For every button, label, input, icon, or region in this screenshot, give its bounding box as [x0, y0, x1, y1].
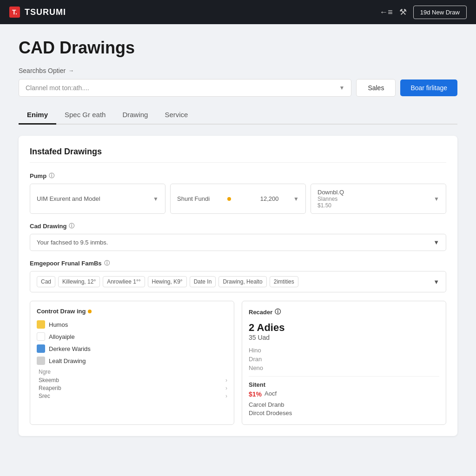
recader-label-hino: Hino: [249, 347, 439, 354]
emp-label: Emgepoor Frunal FamBs ⓘ: [30, 259, 446, 267]
search-placeholder-text: Clannel mot ton:ath....: [26, 84, 89, 92]
model-box: Controt Draw ing Humos Alloyaiple Derker…: [30, 301, 234, 425]
new-draw-button[interactable]: 19d New Draw: [413, 6, 467, 19]
header-left: T. TSURUMI: [9, 7, 66, 18]
wrench-icon[interactable]: ⚒: [399, 7, 407, 17]
action-dircot[interactable]: Dircot Drodeses: [249, 410, 439, 416]
menu-icon[interactable]: ←≡: [379, 7, 393, 17]
brand-name: TSURUMI: [25, 7, 66, 17]
color-item-white: Alloyaiple: [37, 332, 227, 341]
recader-box-title: Recader ⓘ: [249, 308, 439, 316]
recader-highlight: Sitent: [249, 381, 439, 388]
recader-label-dran: Dran: [249, 356, 439, 363]
main-card: Instafed Drawings Pump ⓘ UIM Exurent and…: [19, 136, 457, 436]
sales-button[interactable]: Sales: [356, 79, 396, 97]
header-right: ←≡ ⚒ 19d New Draw: [379, 6, 467, 19]
gray-swatch: [37, 357, 45, 365]
discount-badge: $1%: [249, 390, 262, 398]
download-select[interactable]: Downbl.Q Slannes$1.50 ▼: [311, 184, 446, 214]
arrow-icon: ›: [225, 385, 227, 391]
white-swatch: [37, 332, 45, 341]
chevron-down-icon: ▼: [434, 196, 439, 202]
cad-drawing-label: Cad Drawing ⓘ: [30, 222, 446, 230]
chevron-down-icon: ▼: [339, 85, 344, 91]
shunt-value: 12,200: [260, 195, 279, 202]
blue-swatch: [37, 344, 45, 353]
tag-hewing: Hewing, K9°: [148, 276, 187, 287]
logo-box: T.: [9, 7, 20, 18]
divider: [249, 376, 439, 377]
tag-2imtities: 2imtities: [270, 276, 298, 287]
filter-tags: Cad Killewing, 12° Anrowliee 1°° Hewing,…: [37, 276, 298, 287]
chevron-down-icon: ▼: [433, 278, 439, 285]
download-label: Downbl.Q: [317, 189, 344, 196]
shunt-select[interactable]: Shunt Fundi 12,200 ▼: [170, 184, 306, 214]
tag-cad: Cad: [37, 276, 55, 287]
shunt-label: Shunt Fundi: [177, 195, 210, 202]
sub-item-srec[interactable]: Srec ›: [39, 393, 227, 399]
cad-drawing-select[interactable]: Your fachsed to 9.5 inmbs. ▼: [30, 234, 446, 251]
pump-label: Pump ⓘ: [30, 172, 446, 180]
board-button[interactable]: Boar firlitage: [400, 79, 457, 96]
arrow-icon: ›: [225, 393, 227, 399]
tag-killewing: Killewing, 12°: [58, 276, 100, 287]
tab-drawing[interactable]: Drawing: [114, 106, 156, 125]
color-item-gray: Lealt Drawing: [37, 357, 227, 365]
emp-info-icon[interactable]: ⓘ: [104, 259, 110, 267]
model-orange-badge: [88, 310, 92, 313]
discount-suffix: Aocf: [264, 390, 277, 397]
recader-stat2: 35 Uad: [249, 334, 439, 341]
search-options-label: Searchbs Optier →: [19, 67, 457, 74]
chevron-down-icon: ▼: [153, 196, 159, 202]
color-item-yellow: Humos: [37, 320, 227, 329]
header: T. TSURUMI ←≡ ⚒ 19d New Draw: [0, 0, 476, 24]
recader-info-icon[interactable]: ⓘ: [275, 308, 281, 316]
yellow-swatch: [37, 320, 45, 329]
model-sub-row: Ngre Skeemb › Reaperib › Srec ›: [37, 369, 227, 399]
sub-item-skeemb[interactable]: Skeemb ›: [39, 377, 227, 383]
recader-stat1: 2 Adies: [249, 322, 439, 334]
tabs-container: Enimy Spec Gr eath Drawing Service: [19, 106, 457, 125]
recader-label-neno: Neno: [249, 364, 439, 371]
pump-filter-grid: UIM Exurent and Model ▼ Shunt Fundi 12,2…: [30, 184, 446, 214]
pump-model-select[interactable]: UIM Exurent and Model ▼: [30, 184, 165, 214]
search-row: Clannel mot ton:ath.... ▼ Sales Boar fir…: [19, 79, 457, 97]
tab-service[interactable]: Service: [156, 106, 196, 125]
color-item-blue: Derkere Warids: [37, 344, 227, 353]
two-col-section: Controt Draw ing Humos Alloyaiple Derker…: [30, 301, 446, 425]
tag-date: Date In: [190, 276, 216, 287]
model-sub-label: Ngre: [39, 369, 227, 375]
arrow-icon: →: [68, 67, 74, 74]
main-content: CAD Drawings Searchbs Optier → Clannel m…: [0, 24, 476, 476]
cad-info-icon[interactable]: ⓘ: [69, 222, 74, 230]
action-carcel[interactable]: Carcel Dranb: [249, 401, 439, 408]
tag-drawing: Drawing, Healto: [218, 276, 266, 287]
recader-labels: Hino Dran Neno: [249, 347, 439, 371]
chevron-down-icon: ▼: [293, 196, 299, 202]
pump-filter-row: Pump ⓘ UIM Exurent and Model ▼ Shunt Fun…: [30, 172, 446, 214]
arrow-icon: ›: [225, 377, 227, 383]
tab-spec[interactable]: Spec Gr eath: [56, 106, 114, 125]
tag-anrowliee: Anrowliee 1°°: [103, 276, 145, 287]
section-title: Instafed Drawings: [30, 147, 446, 163]
emp-filter-row: Emgepoor Frunal FamBs ⓘ Cad Killewing, 1…: [30, 259, 446, 292]
model-box-title: Controt Draw ing: [37, 308, 227, 315]
page-title: CAD Drawings: [19, 38, 457, 58]
emp-tags-select[interactable]: Cad Killewing, 12° Anrowliee 1°° Hewing,…: [30, 271, 446, 292]
orange-badge: [227, 197, 231, 201]
sub-item-reaperib[interactable]: Reaperib ›: [39, 385, 227, 391]
cad-filter-row: Cad Drawing ⓘ Your fachsed to 9.5 inmbs.…: [30, 222, 446, 251]
download-value: Slannes$1.50: [317, 196, 344, 209]
tab-enimy[interactable]: Enimy: [19, 106, 56, 125]
pump-info-icon[interactable]: ⓘ: [49, 172, 54, 180]
recader-box: Recader ⓘ 2 Adies 35 Uad Hino Dran Neno …: [242, 301, 446, 425]
search-dropdown[interactable]: Clannel mot ton:ath.... ▼: [19, 79, 351, 97]
cad-placeholder: Your fachsed to 9.5 inmbs.: [37, 239, 108, 246]
chevron-down-icon: ▼: [433, 239, 439, 246]
